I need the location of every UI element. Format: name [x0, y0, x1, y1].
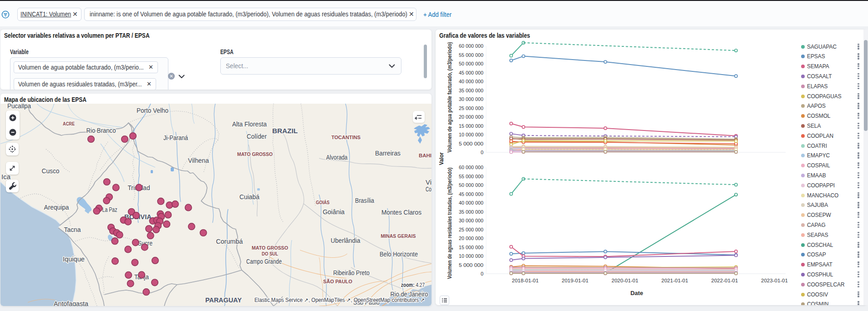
- svg-text:Vi: Vi: [426, 179, 431, 186]
- svg-text:30 000 000: 30 000 000: [459, 96, 483, 102]
- svg-text:Valor: Valor: [438, 152, 445, 165]
- svg-text:2019-01-01: 2019-01-01: [562, 278, 589, 283]
- svg-text:GOIÁS: GOIÁS: [316, 200, 330, 205]
- svg-text:2018-01-01: 2018-01-01: [512, 278, 539, 283]
- svg-text:Campo Grande: Campo Grande: [246, 258, 282, 265]
- svg-text:Vilhena: Vilhena: [188, 157, 209, 164]
- svg-text:0: 0: [481, 271, 483, 276]
- svg-text:35 000 000: 35 000 000: [459, 88, 483, 93]
- svg-text:Elastic Maps Service ↗, OpenMa: Elastic Maps Service ↗, OpenMapTiles ↗, …: [254, 297, 425, 303]
- svg-text:55 000 000: 55 000 000: [459, 174, 483, 179]
- svg-text:Arequipa: Arequipa: [44, 204, 69, 211]
- svg-text:Uberlândia: Uberlândia: [331, 237, 360, 244]
- svg-text:Colíder: Colíder: [247, 133, 267, 140]
- svg-text:La Paz: La Paz: [102, 206, 117, 213]
- svg-text:Ji-Paraná: Ji-Paraná: [163, 134, 188, 141]
- svg-text:Goiânia: Goiânia: [323, 208, 345, 216]
- svg-text:10 000 000: 10 000 000: [459, 132, 483, 137]
- svg-text:5 000 000: 5 000 000: [459, 141, 483, 146]
- svg-text:Ribeirão Preto: Ribeirão Preto: [333, 269, 370, 276]
- svg-text:15 000 000: 15 000 000: [459, 123, 483, 129]
- svg-text:2022-01-01: 2022-01-01: [711, 278, 738, 283]
- svg-text:zoom: 4.27: zoom: 4.27: [401, 282, 425, 288]
- svg-text:30 000 000: 30 000 000: [459, 218, 483, 223]
- svg-text:60 000 000: 60 000 000: [459, 165, 483, 170]
- svg-text:Montes Claros: Montes Claros: [381, 209, 421, 216]
- svg-text:MATO GROSSO: MATO GROSSO: [237, 151, 273, 157]
- svg-text:Belo Horizonte: Belo Horizonte: [380, 251, 418, 258]
- svg-text:20 000 000: 20 000 000: [459, 114, 483, 120]
- svg-text:5 000 000: 5 000 000: [459, 262, 483, 268]
- svg-text:BAHI: BAHI: [419, 153, 431, 158]
- svg-text:Co: Co: [426, 186, 431, 193]
- svg-text:55 000 000: 55 000 000: [459, 52, 483, 58]
- svg-text:TOCANTINS: TOCANTINS: [331, 135, 360, 140]
- svg-text:2023-01-01: 2023-01-01: [761, 278, 788, 283]
- svg-text:Cuiabá: Cuiabá: [239, 193, 259, 201]
- svg-text:50 000 000: 50 000 000: [459, 182, 483, 188]
- svg-text:50 000 000: 50 000 000: [459, 61, 483, 66]
- svg-text:Alvorada: Alvorada: [326, 154, 348, 161]
- svg-text:2021-01-01: 2021-01-01: [661, 278, 688, 283]
- svg-text:40 000 000: 40 000 000: [459, 79, 483, 84]
- svg-text:Porto Velho: Porto Velho: [137, 107, 168, 114]
- svg-text:MATO GROSSO: MATO GROSSO: [252, 245, 288, 251]
- svg-text:Volumen de agua potable factur: Volumen de agua potable facturado, (m3/p…: [447, 42, 453, 153]
- svg-text:10 000 000: 10 000 000: [459, 253, 483, 259]
- svg-text:15 000 000: 15 000 000: [459, 245, 483, 250]
- svg-text:Iquique: Iquique: [63, 256, 85, 263]
- svg-text:2020-01-01: 2020-01-01: [612, 278, 639, 283]
- svg-text:0: 0: [481, 150, 483, 155]
- svg-text:20 000 000: 20 000 000: [459, 236, 483, 241]
- svg-text:SÃO PAULO: SÃO PAULO: [323, 279, 352, 284]
- svg-text:Pucallpa: Pucallpa: [7, 104, 31, 110]
- svg-text:Date: Date: [630, 290, 643, 296]
- svg-text:MINAS GERAIS: MINAS GERAIS: [381, 233, 416, 239]
- svg-text:60 000 000: 60 000 000: [459, 43, 483, 49]
- svg-text:Alta Floresta: Alta Floresta: [232, 120, 267, 128]
- svg-text:25 000 000: 25 000 000: [459, 105, 483, 111]
- svg-text:Cusco: Cusco: [42, 167, 60, 175]
- svg-text:45 000 000: 45 000 000: [459, 70, 483, 75]
- svg-text:Volumen de aguas residuales tr: Volumen de aguas residuales tratadas, (m…: [447, 168, 453, 279]
- svg-text:ACRE: ACRE: [63, 121, 75, 126]
- svg-text:Brasília: Brasília: [355, 197, 374, 204]
- svg-text:Corumbá: Corumbá: [216, 238, 243, 245]
- svg-text:35 000 000: 35 000 000: [459, 209, 483, 215]
- svg-text:PARAGUAY: PARAGUAY: [205, 296, 242, 304]
- svg-text:Barreiras: Barreiras: [375, 150, 401, 157]
- svg-text:25 000 000: 25 000 000: [459, 227, 483, 232]
- svg-text:Rio Branco: Rio Branco: [86, 127, 116, 134]
- svg-text:DO SUL: DO SUL: [262, 251, 278, 256]
- svg-text:45 000 000: 45 000 000: [459, 191, 483, 197]
- svg-text:Tacna: Tacna: [64, 226, 81, 233]
- svg-text:40 000 000: 40 000 000: [459, 200, 483, 206]
- svg-text:Antofagasta: Antofagasta: [54, 300, 88, 306]
- svg-text:BRAZIL: BRAZIL: [272, 127, 298, 135]
